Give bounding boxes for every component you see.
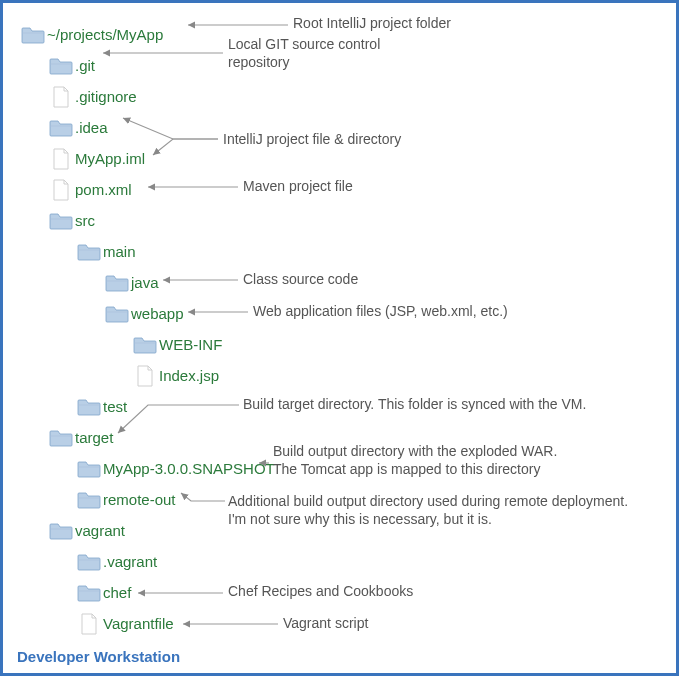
tree-row-indexjsp: Index.jsp [19,360,660,391]
tree-label: Index.jsp [159,367,219,384]
folder-icon [19,26,47,44]
tree-label: target [75,429,113,446]
tree-label: test [103,398,127,415]
folder-icon [75,398,103,416]
folder-icon [47,522,75,540]
tree-label: pom.xml [75,181,132,198]
note-java: Class source code [243,271,358,289]
folder-icon [75,491,103,509]
folder-icon [47,212,75,230]
file-icon [131,365,159,387]
diagram-frame: ~/projects/MyApp.git.gitignore.ideaMyApp… [0,0,679,676]
tree-label: Vagrantfile [103,615,174,632]
tree-row-webinf: WEB-INF [19,329,660,360]
note-root: Root IntelliJ project folder [293,15,451,33]
tree-row-dotvagrant: .vagrant [19,546,660,577]
file-icon [47,148,75,170]
folder-icon [47,119,75,137]
folder-icon [47,57,75,75]
folder-icon [131,336,159,354]
folder-icon [75,584,103,602]
tree-label: .idea [75,119,108,136]
tree-label: MyApp-3.0.0.SNAPSHOT [103,460,275,477]
tree-label: .gitignore [75,88,137,105]
tree-label: java [131,274,159,291]
note-idea: IntelliJ project file & directory [223,131,401,149]
note-pom: Maven project file [243,178,353,196]
tree-label: WEB-INF [159,336,222,353]
tree-label: ~/projects/MyApp [47,26,163,43]
tree-label: remote-out [103,491,176,508]
tree-label: main [103,243,136,260]
note-remoteout: Additional build output directory used d… [228,493,648,528]
tree-label: MyApp.iml [75,150,145,167]
tree-label: src [75,212,95,229]
tree-label: chef [103,584,131,601]
folder-icon [75,243,103,261]
tree-row-gitignore: .gitignore [19,81,660,112]
diagram-caption: Developer Workstation [17,648,180,665]
tree-label: .git [75,57,95,74]
file-icon [75,613,103,635]
file-icon [47,179,75,201]
folder-icon [75,553,103,571]
tree-row-src: src [19,205,660,236]
tree-label: webapp [131,305,184,322]
folder-icon [75,460,103,478]
tree-row-main: main [19,236,660,267]
folder-icon [103,305,131,323]
tree-label: .vagrant [103,553,157,570]
tree-area: ~/projects/MyApp.git.gitignore.ideaMyApp… [19,19,660,639]
note-vagrantfile: Vagrant script [283,615,368,633]
note-target: Build target directory. This folder is s… [243,396,586,414]
folder-icon [47,429,75,447]
note-chef: Chef Recipes and Cookbooks [228,583,413,601]
note-webapp: Web application files (JSP, web.xml, etc… [253,303,508,321]
note-git: Local GIT source control repository [228,36,428,71]
note-snapshot: Build output directory with the exploded… [273,443,583,478]
file-icon [47,86,75,108]
folder-icon [103,274,131,292]
tree-label: vagrant [75,522,125,539]
